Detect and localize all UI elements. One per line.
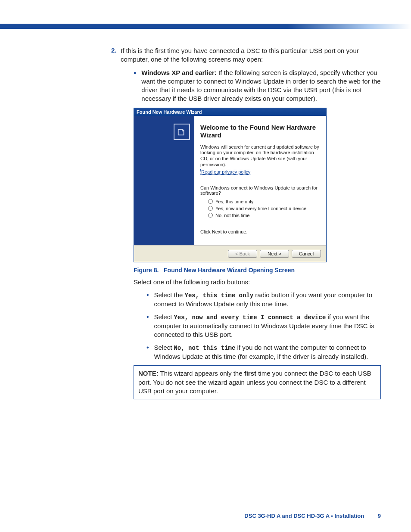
wizard-content: Welcome to the Found New Hardware Wizard…: [194, 116, 326, 245]
next-button[interactable]: Next >: [260, 250, 289, 258]
inner-bullet-1: Select the Yes, this time only radio but…: [146, 291, 381, 308]
privacy-link[interactable]: Read our privacy policy: [200, 169, 251, 175]
cancel-button[interactable]: Cancel: [292, 250, 321, 258]
radio-label: Yes, now and every time I connect a devi…: [215, 206, 306, 211]
figcap-text: Found New Hardware Wizard Opening Screen: [164, 267, 295, 274]
radio-icon: [208, 199, 213, 204]
figcap-label: Figure 8.: [134, 267, 159, 274]
figure-caption: Figure 8. Found New Hardware Wizard Open…: [134, 267, 381, 274]
wizard-paragraph: Windows will search for current and upda…: [200, 144, 320, 168]
back-button: < Back: [228, 250, 257, 258]
radio-label: No, not this time: [215, 213, 249, 218]
step-number: 2.: [111, 47, 121, 54]
wizard-window: Found New Hardware Wizard Welcome to the…: [134, 108, 327, 262]
code: Yes, this time only: [185, 292, 254, 299]
radio-icon: [208, 206, 213, 211]
bullet-windows-xp: Windows XP and earlier: If the following…: [134, 68, 381, 103]
step-2: 2. If this is the first time you have co…: [111, 47, 381, 399]
wizard-titlebar: Found New Hardware Wizard: [134, 108, 326, 116]
step-intro: If this is the first time you have conne…: [121, 47, 381, 64]
wizard-question: Can Windows connect to Windows Update to…: [200, 185, 320, 196]
wizard-sidebar: [134, 116, 194, 245]
wizard-continue: Click Next to continue.: [200, 229, 320, 234]
radio-label: Yes, this time only: [215, 199, 253, 204]
pre: Select: [154, 344, 174, 351]
top-accent-bar: [0, 24, 411, 29]
wizard-heading: Welcome to the Found New Hardware Wizard: [200, 124, 320, 139]
radio-icon: [208, 213, 213, 218]
radio-yes-always[interactable]: Yes, now and every time I connect a devi…: [208, 206, 320, 211]
code: Yes, now and every time I connect a devi…: [174, 314, 326, 321]
xp-lead: Windows XP and earlier:: [141, 69, 217, 76]
radio-no[interactable]: No, not this time: [208, 213, 320, 218]
select-intro: Select one of the following radio button…: [134, 278, 381, 286]
radio-yes-once[interactable]: Yes, this time only: [208, 199, 320, 204]
page-content: 2. If this is the first time you have co…: [111, 47, 381, 399]
footer-page: 9: [378, 513, 381, 519]
code: No, not this time: [174, 345, 235, 352]
note-bold: first: [244, 370, 256, 377]
wizard-footer: < Back Next > Cancel: [134, 245, 326, 262]
inner-bullet-3: Select No, not this time if you do not w…: [146, 343, 381, 361]
wizard-icon: [174, 124, 190, 140]
page-footer: DSC 3G-HD A and DSC HD-3G A • Installati…: [244, 513, 381, 519]
footer-title: DSC 3G-HD A and DSC HD-3G A • Installati…: [244, 513, 364, 519]
pre: Select: [154, 313, 174, 320]
note-label: NOTE:: [138, 370, 159, 377]
note-pre: This wizard appears only the: [159, 370, 244, 377]
note-box: NOTE: This wizard appears only the first…: [134, 365, 381, 399]
pre: Select the: [154, 291, 185, 299]
inner-bullet-2: Select Yes, now and every time I connect…: [146, 313, 381, 339]
